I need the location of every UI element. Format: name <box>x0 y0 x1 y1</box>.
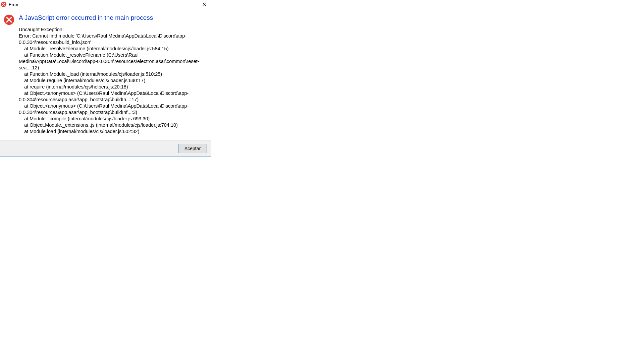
dialog-content: A JavaScript error occurred in the main … <box>0 9 211 140</box>
icon-column <box>3 13 19 135</box>
text-column: A JavaScript error occurred in the main … <box>19 13 208 135</box>
close-button[interactable] <box>200 1 209 8</box>
close-icon <box>202 2 206 6</box>
titlebar: Error <box>0 0 211 9</box>
accept-button[interactable]: Aceptar <box>178 144 207 153</box>
error-dialog: Error A JavaScript error occurred in the… <box>0 0 211 157</box>
dialog-body-text: Uncaught Exception: Error: Cannot find m… <box>19 26 208 135</box>
error-icon <box>1 1 7 7</box>
error-icon <box>3 14 15 25</box>
button-row: Aceptar <box>0 140 211 157</box>
titlebar-title: Error <box>9 2 18 7</box>
dialog-heading: A JavaScript error occurred in the main … <box>19 14 208 22</box>
